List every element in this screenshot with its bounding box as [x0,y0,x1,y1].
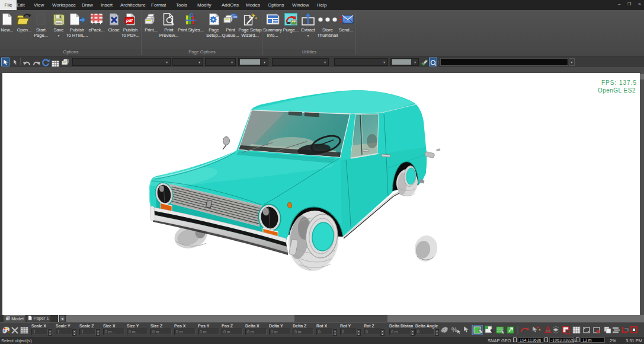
svg-text:%: % [451,326,457,333]
